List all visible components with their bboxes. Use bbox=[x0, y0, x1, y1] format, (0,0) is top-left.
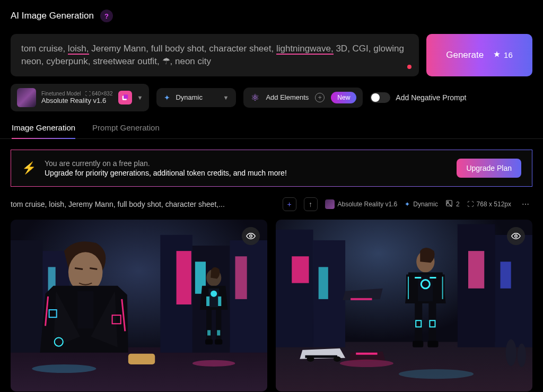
bolt-icon: ⚡ bbox=[22, 161, 36, 175]
add-button[interactable]: + bbox=[283, 197, 296, 211]
plus-icon: + bbox=[315, 93, 325, 102]
chevron-down-icon: ▼ bbox=[223, 94, 229, 101]
svg-rect-35 bbox=[276, 342, 532, 391]
preview-button[interactable] bbox=[507, 227, 525, 245]
svg-point-33 bbox=[250, 234, 252, 237]
prompt-text-4: lightningwave, bbox=[276, 43, 334, 55]
prompt-text-1: tom cruise, bbox=[21, 43, 68, 54]
token-icon bbox=[493, 50, 501, 59]
generate-button[interactable]: Generate 16 bbox=[426, 34, 532, 76]
svg-point-47 bbox=[334, 356, 341, 361]
svg-rect-60 bbox=[413, 341, 423, 347]
model-mini-thumb bbox=[325, 199, 335, 209]
atom-icon: ⚛ bbox=[251, 92, 259, 103]
help-icon[interactable]: ? bbox=[100, 10, 113, 22]
more-options-button[interactable]: ⋯ bbox=[519, 197, 532, 211]
model-name: Absolute Reality v1.6 bbox=[41, 97, 113, 104]
svg-rect-37 bbox=[313, 240, 346, 347]
svg-point-19 bbox=[211, 290, 217, 297]
svg-rect-24 bbox=[205, 339, 213, 344]
banner-line1: You are currently on a free plan. bbox=[45, 159, 287, 168]
svg-rect-42 bbox=[468, 251, 484, 289]
svg-rect-20 bbox=[206, 296, 209, 306]
svg-rect-13 bbox=[235, 256, 247, 299]
style-selector[interactable]: ✦ Dynamic ▼ bbox=[156, 88, 236, 107]
negative-prompt-label: Add Negative Prompt bbox=[396, 93, 466, 102]
svg-point-62 bbox=[506, 339, 516, 365]
tab-prompt-generation[interactable]: Prompt Generation bbox=[92, 123, 160, 138]
model-selector[interactable]: Finetuned Model ⛶ 640×832 Absolute Reali… bbox=[11, 84, 149, 111]
prompt-textarea[interactable]: tom cruise, loish, Jeremy Mann, full bod… bbox=[11, 34, 419, 76]
model-type-label: Finetuned Model bbox=[41, 91, 81, 97]
negative-prompt-toggle[interactable] bbox=[370, 92, 390, 103]
svg-point-64 bbox=[515, 234, 518, 237]
add-elements-label: Add Elements bbox=[266, 93, 309, 101]
svg-point-49 bbox=[340, 359, 393, 367]
add-elements-button[interactable]: ⚛ Add Elements + New bbox=[243, 88, 363, 108]
generate-label: Generate bbox=[446, 50, 484, 60]
images-icon bbox=[445, 199, 453, 208]
record-indicator bbox=[407, 65, 411, 69]
svg-rect-27 bbox=[217, 330, 220, 335]
svg-rect-54 bbox=[406, 274, 411, 301]
generated-image-1[interactable] bbox=[11, 220, 267, 391]
new-badge: New bbox=[331, 92, 356, 103]
result-prompt: tom cruise, loish, Jeremy Mann, full bod… bbox=[11, 200, 275, 208]
svg-rect-36 bbox=[276, 229, 313, 347]
model-dimensions: ⛶ 640×832 bbox=[85, 91, 113, 97]
svg-rect-21 bbox=[218, 296, 221, 306]
svg-point-63 bbox=[518, 343, 526, 367]
result-resolution-chip: ⛶ 768 x 512px bbox=[467, 201, 511, 208]
svg-point-3 bbox=[447, 202, 448, 203]
svg-rect-6 bbox=[11, 240, 43, 353]
svg-rect-17 bbox=[128, 353, 155, 364]
style-value: Dynamic bbox=[176, 93, 203, 101]
result-style-chip: ✦ Dynamic bbox=[405, 201, 438, 208]
generated-image-2[interactable] bbox=[276, 220, 532, 391]
upgrade-banner: ⚡ You are currently on a free plan. Upgr… bbox=[11, 150, 532, 187]
svg-rect-61 bbox=[427, 341, 438, 347]
tab-image-generation[interactable]: Image Generation bbox=[12, 123, 75, 138]
sparkle-icon: ✦ bbox=[164, 93, 170, 102]
svg-point-46 bbox=[306, 356, 314, 361]
svg-point-16 bbox=[32, 364, 96, 373]
svg-rect-39 bbox=[495, 234, 532, 347]
cards-icon bbox=[118, 91, 132, 104]
upload-button[interactable]: ↑ bbox=[304, 197, 318, 211]
upgrade-plan-button[interactable]: Upgrade Plan bbox=[457, 159, 521, 178]
svg-point-15 bbox=[192, 360, 235, 366]
preview-button[interactable] bbox=[242, 227, 260, 245]
svg-rect-29 bbox=[77, 291, 93, 328]
svg-rect-43 bbox=[501, 262, 511, 288]
result-model-chip: Absolute Reality v1.6 bbox=[325, 199, 398, 209]
model-thumbnail bbox=[17, 88, 36, 107]
svg-rect-41 bbox=[319, 267, 328, 299]
page-title: AI Image Generation bbox=[11, 11, 94, 21]
svg-rect-48 bbox=[356, 352, 377, 354]
result-count-chip: 2 bbox=[445, 199, 460, 208]
svg-rect-44 bbox=[351, 298, 372, 300]
chevron-down-icon: ▼ bbox=[137, 94, 143, 101]
token-count: 16 bbox=[504, 50, 513, 59]
banner-line2: Upgrade for priority generations, additi… bbox=[45, 169, 287, 177]
svg-rect-26 bbox=[207, 330, 211, 335]
prompt-text-2: loish, bbox=[68, 43, 89, 55]
svg-rect-11 bbox=[177, 251, 191, 304]
prompt-text-3: Jeremy Mann, full body shot, character s… bbox=[89, 43, 276, 54]
svg-rect-1 bbox=[124, 94, 128, 99]
svg-rect-25 bbox=[215, 339, 222, 344]
svg-rect-40 bbox=[292, 256, 309, 283]
svg-point-50 bbox=[399, 369, 474, 379]
